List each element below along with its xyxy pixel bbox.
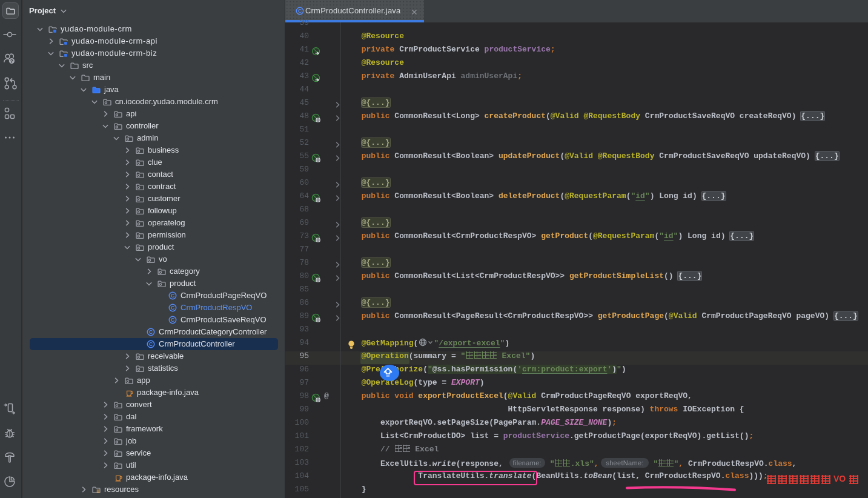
svg-text:C: C xyxy=(149,329,153,335)
svg-text:C: C xyxy=(171,305,174,311)
svg-text:C: C xyxy=(298,8,302,14)
svg-text:C: C xyxy=(171,293,174,299)
svg-text:?: ? xyxy=(10,58,13,64)
svg-text:C: C xyxy=(149,341,153,347)
svg-text:C: C xyxy=(171,317,174,323)
